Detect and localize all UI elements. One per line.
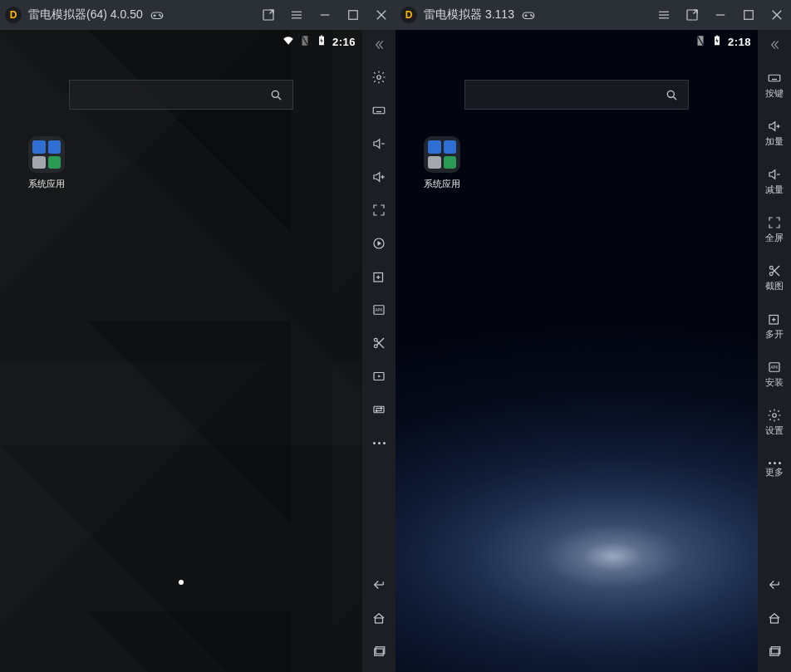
screenshot-label: 截图: [765, 280, 784, 292]
app-folder[interactable]: 系统应用: [419, 136, 465, 190]
video-record-icon[interactable]: [362, 361, 396, 392]
svg-line-41: [377, 338, 384, 345]
toolbar-right: 按键 加量 减量 全屏 截图 多开 APK: [758, 30, 791, 672]
install-apk-button[interactable]: APK 安装: [758, 351, 791, 397]
close-icon[interactable]: [372, 6, 391, 24]
svg-rect-21: [373, 107, 385, 114]
minimize-icon[interactable]: [711, 6, 730, 24]
svg-rect-69: [769, 75, 780, 81]
multi-instance-icon[interactable]: [362, 261, 396, 292]
search-icon: [665, 88, 678, 101]
svg-marker-74: [769, 169, 775, 179]
svg-point-3: [159, 15, 160, 16]
menu-icon[interactable]: [655, 6, 673, 24]
window-title: 雷电模拟器(64) 4.0.50: [28, 7, 143, 22]
svg-marker-28: [374, 173, 380, 182]
recent-apps-icon[interactable]: [758, 635, 791, 667]
sim-icon: [299, 35, 311, 49]
screenshot-icon[interactable]: [259, 6, 278, 24]
collapse-toolbar-button[interactable]: [372, 35, 386, 55]
home-icon[interactable]: [362, 602, 396, 634]
volume-down-label: 减量: [765, 184, 784, 196]
keymap-label: 按键: [765, 87, 784, 100]
search-input[interactable]: [464, 80, 689, 110]
android-statusbar: 2:18: [396, 30, 758, 53]
minimize-icon[interactable]: [316, 6, 334, 24]
collapse-toolbar-button[interactable]: [768, 35, 781, 55]
android-statusbar: 2:16: [0, 30, 362, 53]
svg-line-19: [278, 97, 281, 100]
install-label: 安装: [765, 376, 784, 389]
svg-point-67: [667, 91, 674, 97]
maximize-icon[interactable]: [344, 6, 362, 24]
titlebar-left: D 雷电模拟器(64) 4.0.50: [0, 0, 396, 30]
svg-line-40: [377, 341, 384, 348]
battery-icon: [711, 35, 723, 49]
search-input[interactable]: [69, 80, 293, 110]
settings-gear-icon[interactable]: [362, 61, 396, 93]
svg-point-77: [769, 266, 773, 269]
search-icon: [269, 88, 282, 101]
phone-screen-right[interactable]: 2:18 系统应用: [396, 30, 758, 672]
svg-point-38: [374, 345, 377, 348]
folder-icon: [424, 136, 460, 173]
phone-screen-left[interactable]: 2:16 系统应用: [0, 30, 362, 672]
more-button[interactable]: 更多: [758, 447, 791, 493]
screenshot-icon[interactable]: [683, 6, 701, 24]
home-icon[interactable]: [758, 602, 791, 634]
wifi-icon: [282, 35, 294, 49]
app-logo-icon: D: [400, 7, 417, 23]
scissors-icon[interactable]: [362, 327, 396, 359]
svg-point-20: [377, 76, 381, 80]
svg-line-6: [270, 10, 274, 14]
svg-marker-32: [378, 241, 382, 246]
svg-text:APK: APK: [375, 308, 382, 312]
svg-rect-60: [744, 11, 754, 20]
svg-point-4: [160, 16, 161, 17]
gamepad-icon[interactable]: [519, 6, 538, 24]
svg-line-58: [694, 10, 698, 14]
svg-rect-16: [321, 35, 322, 36]
maximize-icon[interactable]: [739, 6, 758, 24]
apk-install-icon[interactable]: APK: [362, 294, 396, 326]
multi-instance-button[interactable]: 多开: [758, 302, 791, 349]
back-icon[interactable]: [362, 569, 396, 601]
svg-point-53: [532, 16, 533, 17]
more-icon[interactable]: [362, 427, 396, 459]
rotate-icon[interactable]: [362, 394, 396, 425]
gamepad-icon[interactable]: [148, 6, 166, 24]
fullscreen-button[interactable]: 全屏: [758, 206, 791, 253]
svg-marker-71: [769, 121, 775, 130]
svg-point-39: [374, 338, 377, 341]
recent-apps-icon[interactable]: [362, 635, 396, 667]
volume-down-button[interactable]: 减量: [758, 158, 791, 204]
app-logo-icon: D: [5, 7, 22, 23]
volume-up-button[interactable]: 加量: [758, 110, 791, 156]
emulator-window-left: D 雷电模拟器(64) 4.0.50: [0, 0, 396, 672]
volume-down-icon[interactable]: [362, 128, 396, 159]
keyboard-icon[interactable]: [362, 95, 396, 126]
svg-rect-11: [349, 11, 358, 20]
status-time: 2:18: [728, 36, 751, 48]
svg-line-79: [773, 266, 779, 272]
svg-point-18: [272, 91, 278, 97]
svg-marker-26: [374, 140, 380, 149]
back-icon[interactable]: [758, 569, 791, 601]
folder-icon: [28, 136, 65, 173]
menu-icon[interactable]: [287, 6, 306, 24]
toolbar-left: APK: [362, 30, 396, 672]
screenshot-button[interactable]: 截图: [758, 254, 791, 301]
volume-up-icon[interactable]: [362, 161, 396, 193]
more-label: 更多: [765, 466, 784, 478]
app-folder-label: 系统应用: [23, 178, 70, 190]
more-icon: [769, 462, 781, 464]
sim-icon: [695, 35, 706, 49]
fullscreen-icon[interactable]: [362, 194, 396, 226]
sync-icon[interactable]: [362, 228, 396, 259]
svg-rect-46: [376, 618, 383, 623]
emulator-window-right: D 雷电模拟器 3.113: [396, 0, 791, 672]
keymap-button[interactable]: 按键: [758, 61, 791, 108]
settings-button[interactable]: 设置: [758, 399, 791, 445]
app-folder[interactable]: 系统应用: [23, 136, 70, 190]
close-icon[interactable]: [768, 6, 786, 24]
